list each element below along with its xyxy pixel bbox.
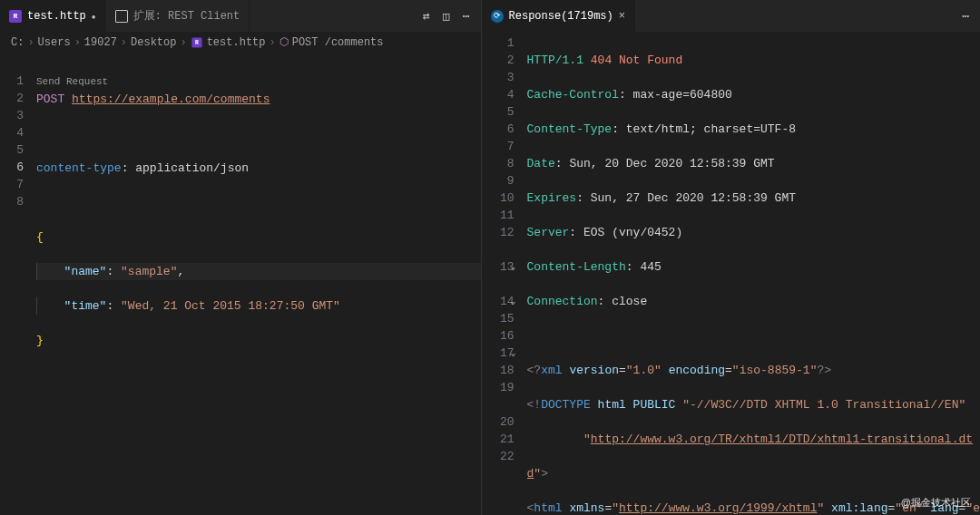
tab-bar-right: ⟳ Response(1719ms) × ⋯ (482, 0, 980, 32)
tab-rest-client-extension[interactable]: 扩展: REST Client (106, 0, 250, 32)
tab-label: Response(1719ms) (509, 10, 613, 23)
code-content[interactable]: HTTP/1.1 404 Not Found Cache-Control: ma… (527, 32, 980, 515)
breadcrumb[interactable]: C:› Users› 19027› Desktop› R test.http› … (0, 32, 481, 53)
rest-file-icon: R (9, 10, 22, 23)
document-icon (115, 10, 128, 23)
editor-pane-right: ⟳ Response(1719ms) × ⋯ 1234 5678 9101112… (482, 0, 980, 515)
close-icon[interactable]: × (619, 10, 625, 23)
fold-icon[interactable]: ⌄ (511, 258, 516, 276)
tab-label: test.http (27, 10, 86, 23)
editor-actions: ⋯ (951, 0, 980, 32)
tab-response[interactable]: ⟳ Response(1719ms) × (482, 0, 635, 32)
more-actions-icon[interactable]: ⋯ (463, 9, 470, 24)
code-editor-right[interactable]: 1234 5678 9101112 13⌄ 14⌄ 1516 17⌄ 1819 … (482, 32, 980, 515)
line-numbers: 1234 5678 9101112 13⌄ 14⌄ 1516 17⌄ 1819 … (482, 32, 527, 515)
editor-actions: ⇄ ◫ ⋯ (412, 0, 480, 32)
code-content[interactable]: Send Request POST https://example.com/co… (36, 53, 481, 515)
more-actions-icon[interactable]: ⋯ (962, 9, 969, 24)
split-editor-icon[interactable]: ◫ (443, 9, 450, 24)
compare-icon[interactable]: ⇄ (423, 9, 430, 24)
method-icon: ⬡ (279, 35, 289, 49)
tab-test-http[interactable]: R test.http (0, 0, 106, 32)
tab-bar-left: R test.http 扩展: REST Client ⇄ ◫ ⋯ (0, 0, 481, 32)
close-icon[interactable] (92, 10, 96, 23)
line-numbers: 1234 5678 (0, 53, 36, 515)
rest-file-icon: R (191, 37, 201, 47)
fold-icon[interactable]: ⌄ (511, 345, 516, 362)
tab-label: 扩展: REST Client (133, 8, 240, 24)
code-editor-left[interactable]: 1234 5678 Send Request POST https://exam… (0, 53, 481, 515)
send-request-codelens[interactable]: Send Request (36, 76, 108, 89)
editor-pane-left: R test.http 扩展: REST Client ⇄ ◫ ⋯ C:› Us… (0, 0, 482, 515)
watermark: @掘金技术社区 (901, 496, 971, 510)
fold-icon[interactable]: ⌄ (511, 293, 516, 310)
response-icon: ⟳ (491, 10, 504, 23)
